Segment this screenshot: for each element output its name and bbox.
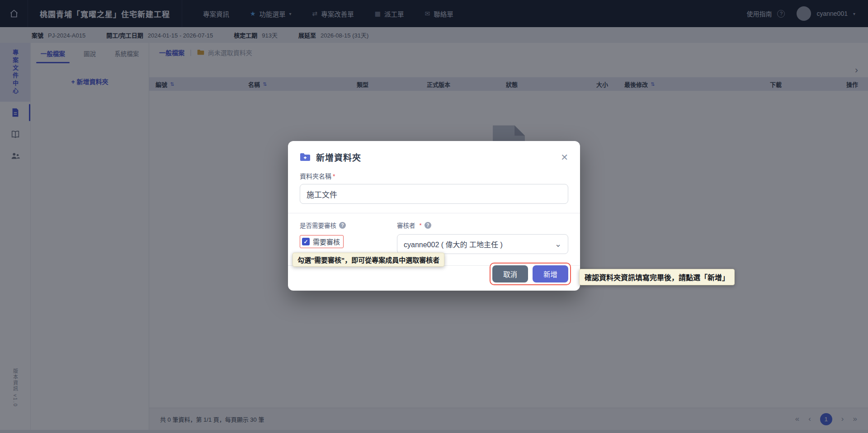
app-window: 桃園青埔「寬曜之星」住宅新建工程 專案資訊 ★ 功能選單 ▾ ⇄ 專案改善單 ▦…	[0, 0, 868, 433]
divider	[288, 213, 580, 213]
reviewer-select[interactable]: cyanne002 ( 偉大的 工地主任 ) ⌄	[397, 234, 568, 254]
question-icon[interactable]: ?	[425, 222, 431, 229]
modal-title: 新增資料夾	[316, 151, 361, 163]
cancel-button[interactable]: 取消	[492, 265, 528, 282]
close-icon[interactable]: ✕	[561, 153, 568, 162]
folder-name-label: 資料夾名稱*	[300, 171, 568, 180]
footer-buttons-highlight: 取消 新增	[490, 263, 571, 285]
submit-button[interactable]: 新增	[533, 265, 568, 282]
label-text: 審核者	[397, 221, 415, 230]
folder-plus-icon	[300, 152, 311, 162]
modal-footer: 取消 新增	[490, 263, 571, 285]
checkbox-checked[interactable]: ✓	[302, 238, 310, 245]
modal-body: 資料夾名稱* 是否需要審核 ? ✓ 需要審核 審核者*	[288, 169, 580, 254]
reviewer-selected-value: cyanne002 ( 偉大的 工地主任 )	[404, 239, 503, 249]
reviewer-column: 審核者* ? cyanne002 ( 偉大的 工地主任 ) ⌄	[397, 221, 568, 254]
review-needed-label: 是否需要審核 ?	[300, 221, 397, 230]
review-checkbox-highlight[interactable]: ✓ 需要審核	[300, 235, 344, 248]
question-icon[interactable]: ?	[339, 222, 346, 229]
required-mark: *	[420, 222, 422, 229]
checkbox-tooltip: 勾選"需要審核"，即可從專案成員中選取審核者	[292, 253, 444, 267]
submit-tooltip: 確認資料夾資訊填寫完畢後，請點選「新增」	[579, 269, 735, 285]
checkbox-label: 需要審核	[313, 237, 340, 246]
required-mark: *	[333, 173, 335, 180]
add-folder-modal: 新增資料夾 ✕ 資料夾名稱* 是否需要審核 ? ✓ 需要審核	[288, 141, 580, 291]
folder-name-input[interactable]	[300, 184, 568, 204]
reviewer-label: 審核者* ?	[397, 221, 568, 230]
label-text: 是否需要審核	[300, 221, 336, 230]
chevron-down-icon: ⌄	[555, 242, 561, 246]
review-column: 是否需要審核 ? ✓ 需要審核	[300, 221, 397, 254]
review-form-row: 是否需要審核 ? ✓ 需要審核 審核者* ? cyanne002 ( 偉大的 工…	[300, 221, 568, 254]
modal-header: 新增資料夾 ✕	[288, 141, 580, 169]
label-text: 資料夾名稱	[300, 173, 331, 180]
